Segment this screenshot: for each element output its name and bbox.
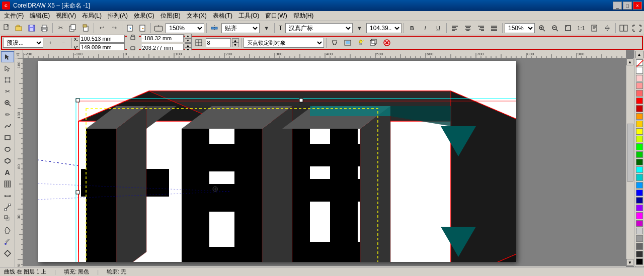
menu-help[interactable]: 帮助(H) [290, 11, 317, 21]
snap-button[interactable] [209, 23, 220, 34]
undo-button[interactable]: ↩ [96, 23, 108, 34]
color-dark-red[interactable] [636, 105, 643, 112]
freehand-tool-button[interactable]: ✏ [1, 109, 14, 120]
font-name-combo[interactable]: 汉真广标 [285, 23, 353, 33]
menu-layout[interactable]: 布局(L) [79, 11, 105, 21]
font-size-combo[interactable]: 104.39... 8 10 12 14 18 24 36 48 72 [366, 23, 401, 33]
scroll-down-button[interactable]: ▼ [626, 259, 633, 266]
transform-tool-button[interactable] [1, 74, 14, 85]
viewport-button[interactable] [193, 37, 205, 48]
add-preset-button[interactable]: + [44, 37, 56, 48]
color-yellow[interactable] [636, 128, 643, 135]
font-name-dropdown[interactable]: ▼ [354, 23, 365, 34]
spin-down[interactable]: ▼ [232, 43, 239, 47]
zoom-actual-button[interactable]: 1:1 [575, 23, 587, 34]
align-left-button[interactable] [449, 23, 461, 34]
color-light-gray[interactable] [636, 228, 643, 234]
cut-button[interactable]: ✂ [55, 23, 66, 34]
scroll-thumb[interactable] [627, 124, 633, 182]
color-dark-gray[interactable] [636, 243, 643, 249]
redo-button[interactable]: ↪ [109, 23, 120, 34]
crop-tool-button[interactable]: ✂ [1, 86, 14, 97]
clear-extrude-button[interactable] [381, 37, 393, 48]
menu-table[interactable]: 表格(T) [210, 11, 235, 21]
smart-tool-button[interactable] [1, 121, 14, 132]
full-screen-button[interactable] [631, 23, 643, 34]
color-purple[interactable] [636, 205, 643, 211]
zoom-out-button[interactable] [549, 23, 561, 34]
color-light-blue[interactable] [636, 182, 643, 189]
eyedropper-tool-button[interactable] [1, 236, 14, 247]
vertical-scrollbar[interactable]: ▲ ▼ [626, 58, 634, 266]
color-white[interactable] [636, 67, 643, 73]
color-black[interactable] [636, 258, 643, 265]
canvas-content[interactable]: ⊕ [23, 58, 626, 266]
menu-edit[interactable]: 编辑(E) [27, 11, 53, 21]
menu-effects[interactable]: 效果(C) [131, 11, 157, 21]
color-dark-cyan[interactable] [636, 174, 643, 180]
connector-tool-button[interactable] [1, 202, 14, 213]
scroll-up-button[interactable]: ▲ [626, 58, 633, 65]
lock-ratio-button[interactable] [127, 32, 139, 43]
color-cyan[interactable] [636, 166, 643, 173]
color-pink[interactable] [636, 82, 643, 89]
align-right-button[interactable] [475, 23, 487, 34]
zoom-page-button[interactable] [588, 23, 600, 34]
color-yellow-orange[interactable] [636, 121, 643, 127]
color-mid-green[interactable] [636, 151, 643, 158]
color-orange[interactable] [636, 113, 643, 120]
color-light-pink[interactable] [636, 75, 643, 81]
color-light-red[interactable] [636, 90, 643, 97]
snap-target-combo[interactable]: 灭点锁定到对象 灭点锁定到页面 [244, 38, 324, 48]
polygon-tool-button[interactable] [1, 155, 14, 166]
table-tool-button[interactable] [1, 178, 14, 190]
coord2a-up[interactable]: ▲ [185, 34, 192, 38]
zoom-fit-button[interactable] [562, 23, 574, 34]
export-button[interactable] [137, 23, 148, 34]
italic-button[interactable]: I [419, 23, 431, 34]
color-magenta[interactable] [636, 212, 643, 219]
preset-combo[interactable]: 预设... [3, 38, 43, 48]
no-color-swatch[interactable] [636, 59, 643, 66]
color-very-dark-gray[interactable] [636, 251, 643, 257]
zoom-combo[interactable]: 150% 100% 75% 50% 200% [166, 23, 204, 33]
select-tool-button[interactable] [1, 51, 14, 62]
text-tool-button[interactable]: A [1, 167, 14, 178]
open-button[interactable] [14, 23, 25, 34]
color-mid-gray[interactable] [636, 235, 643, 242]
coord2b-up[interactable]: ▲ [185, 43, 192, 48]
spin-input[interactable] [206, 38, 231, 47]
coord2a-input[interactable] [141, 34, 184, 42]
color-blue[interactable] [636, 190, 643, 196]
save-button[interactable] [26, 23, 38, 34]
menu-bitmaps[interactable]: 位图(B) [157, 11, 184, 21]
rect-tool-button[interactable] [1, 132, 14, 143]
zoom-tool-button[interactable] [1, 98, 14, 109]
menu-window[interactable]: 窗口(W) [262, 11, 290, 21]
color-dark-magenta[interactable] [636, 220, 643, 227]
menu-arrange[interactable]: 排列(A) [105, 11, 131, 21]
dimension-tool-button[interactable] [1, 190, 14, 201]
snap-combo[interactable]: 贴齐 [221, 23, 260, 33]
underline-button[interactable]: U [432, 23, 444, 34]
justify-button[interactable] [488, 23, 500, 34]
palette-up-button[interactable]: ▲ [635, 51, 643, 58]
remove-preset-button[interactable]: − [57, 37, 69, 48]
menu-file[interactable]: 文件(F) [1, 11, 27, 21]
extrude-color-button[interactable] [329, 37, 341, 48]
spin-up[interactable]: ▲ [232, 38, 239, 43]
menu-text[interactable]: 文本(X) [184, 11, 210, 21]
fill-tool-button[interactable] [1, 225, 14, 236]
color-dark-green[interactable] [636, 159, 643, 165]
effects-tool-button[interactable] [1, 213, 14, 224]
menu-tools[interactable]: 工具(O) [235, 11, 262, 21]
snap-options-button[interactable]: ▼ [261, 23, 272, 34]
pan-button[interactable] [601, 23, 613, 34]
color-red[interactable] [636, 98, 643, 104]
bold-button[interactable]: B [406, 23, 418, 34]
two-page-button[interactable] [618, 23, 630, 34]
print-button[interactable] [39, 23, 50, 34]
zoom-right-combo[interactable]: 150% [505, 23, 535, 33]
lighting-button[interactable] [355, 37, 367, 48]
color-yellow-green[interactable] [636, 136, 643, 142]
